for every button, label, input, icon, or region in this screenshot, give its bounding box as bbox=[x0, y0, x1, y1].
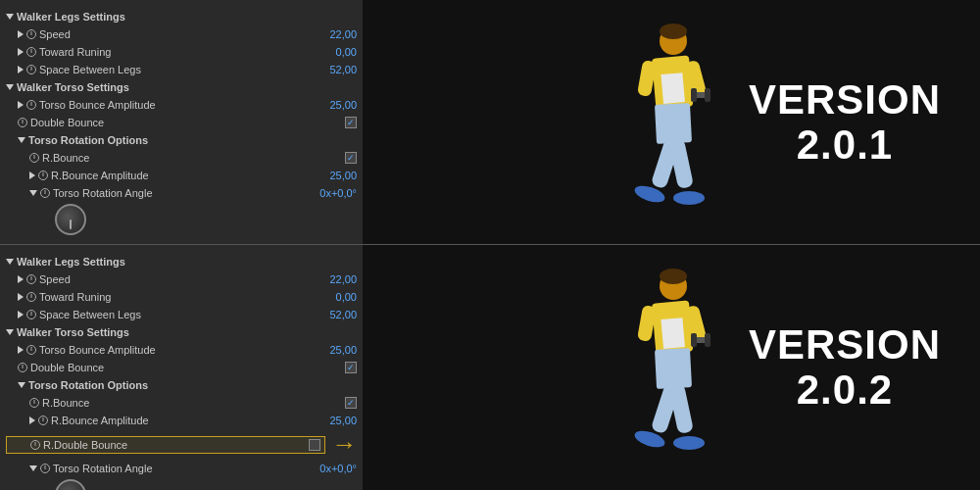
torso-rotation-row-2: Torso Rotation Angle 0x+0,0° bbox=[6, 460, 357, 477]
rotation-dial-2[interactable] bbox=[55, 479, 86, 490]
space-value-1[interactable]: 52,00 bbox=[329, 64, 357, 75]
torso-bounce-row-2: Torso Bounce Amplitude 25,00 bbox=[6, 341, 357, 359]
space-value-2[interactable]: 52,00 bbox=[329, 309, 357, 320]
space-row-2: Space Between Legs 52,00 bbox=[6, 306, 357, 323]
rotation-dial-1[interactable] bbox=[55, 204, 86, 235]
torso-rotation-value-2[interactable]: 0x+0,0° bbox=[319, 463, 357, 474]
expand-space-icon-2[interactable] bbox=[18, 311, 24, 318]
rbounce-amp-value-1[interactable]: 25,00 bbox=[329, 170, 357, 181]
rbounce-amp-clock-icon-2 bbox=[38, 416, 48, 425]
rbounce-amp-row-1: R.Bounce Amplitude 25,00 bbox=[6, 167, 357, 184]
collapse-rotation-icon-2[interactable] bbox=[18, 382, 25, 388]
rotation-header-1: Torso Rotation Options bbox=[6, 131, 357, 149]
version-label-1: VERSION 2.0.1 bbox=[749, 76, 941, 167]
legs-settings-header-2: Walker Legs Settings bbox=[6, 253, 357, 270]
legs-header-label-1: Walker Legs Settings bbox=[17, 11, 125, 23]
expand-toward-icon-2[interactable] bbox=[18, 293, 24, 301]
expand-toward-icon-1[interactable] bbox=[18, 48, 24, 56]
rdouble-bounce-clock-icon-2 bbox=[30, 440, 40, 450]
preview-panel-1: VERSION 2.0.1 bbox=[363, 0, 980, 244]
torso-rotation-label-1: Torso Rotation Angle bbox=[53, 187, 316, 199]
speed-value-2[interactable]: 22,00 bbox=[329, 273, 357, 285]
svg-point-13 bbox=[673, 191, 705, 205]
toward-value-1[interactable]: 0,00 bbox=[336, 46, 357, 58]
walker-figure-1 bbox=[612, 20, 730, 225]
rotation-header-label-2: Torso Rotation Options bbox=[28, 379, 148, 391]
rbounce-clock-icon-2 bbox=[29, 398, 39, 408]
space-clock-icon-2 bbox=[26, 310, 36, 319]
expand-torso-rot-icon-2[interactable] bbox=[29, 466, 37, 471]
expand-torso-bounce-icon-2[interactable] bbox=[18, 346, 24, 354]
rdouble-bounce-checkbox-2[interactable] bbox=[309, 439, 320, 451]
settings-panel-1: Walker Legs Settings Speed 22,00 Toward … bbox=[0, 0, 363, 244]
svg-point-27 bbox=[673, 436, 705, 450]
rbounce-amp-label-1: R.Bounce Amplitude bbox=[51, 170, 325, 181]
torso-bounce-value-2[interactable]: 25,00 bbox=[329, 344, 357, 356]
speed-row-1: Speed 22,00 bbox=[6, 25, 357, 43]
expand-torso-rot-icon-1[interactable] bbox=[29, 190, 37, 196]
panel-1: Walker Legs Settings Speed 22,00 Toward … bbox=[0, 0, 980, 245]
torso-bounce-clock-icon-2 bbox=[26, 345, 36, 355]
rbounce-row-2: R.Bounce bbox=[6, 394, 357, 412]
rbounce-clock-icon-1 bbox=[29, 153, 39, 163]
torso-bounce-label-2: Torso Bounce Amplitude bbox=[39, 344, 325, 356]
walker-figure-2 bbox=[612, 265, 730, 470]
rbounce-label-2: R.Bounce bbox=[42, 397, 345, 409]
torso-bounce-label-1: Torso Bounce Amplitude bbox=[39, 99, 325, 111]
rbounce-checkbox-1[interactable] bbox=[345, 152, 357, 164]
expand-rbounce-amp-icon-1[interactable] bbox=[29, 172, 35, 179]
torso-rot-clock-icon-1 bbox=[40, 188, 50, 198]
rbounce-amp-value-2[interactable]: 25,00 bbox=[329, 415, 357, 426]
space-label-2: Space Between Legs bbox=[39, 309, 325, 320]
toward-label-2: Toward Runing bbox=[39, 291, 332, 303]
rotation-header-label-1: Torso Rotation Options bbox=[28, 134, 148, 146]
collapse-torso-icon-1[interactable] bbox=[6, 84, 14, 90]
svg-rect-18 bbox=[637, 305, 657, 342]
collapse-legs-icon-2[interactable] bbox=[6, 259, 14, 265]
toward-clock-icon-1 bbox=[26, 47, 36, 57]
rbounce-row-1: R.Bounce bbox=[6, 149, 357, 167]
torso-header-label-1: Walker Torso Settings bbox=[17, 81, 129, 93]
dial-mark-1 bbox=[70, 220, 72, 229]
version-label-2: VERSION 2.0.2 bbox=[749, 322, 941, 413]
expand-space-icon-1[interactable] bbox=[18, 66, 24, 74]
rbounce-amp-clock-icon-1 bbox=[38, 171, 48, 180]
collapse-legs-icon-1[interactable] bbox=[6, 14, 14, 20]
torso-rotation-value-1[interactable]: 0x+0,0° bbox=[319, 187, 357, 199]
double-bounce-label-2: Double Bounce bbox=[30, 362, 345, 373]
space-row-1: Space Between Legs 52,00 bbox=[6, 61, 357, 78]
expand-rbounce-amp-icon-2[interactable] bbox=[29, 416, 35, 424]
double-bounce-clock-icon-2 bbox=[18, 363, 27, 372]
double-bounce-checkbox-1[interactable] bbox=[345, 117, 357, 128]
expand-speed-icon-2[interactable] bbox=[18, 275, 24, 283]
toward-row-1: Toward Runing 0,00 bbox=[6, 43, 357, 61]
toward-value-2[interactable]: 0,00 bbox=[336, 291, 357, 303]
torso-settings-header-1: Walker Torso Settings bbox=[6, 78, 357, 96]
expand-speed-icon-1[interactable] bbox=[18, 30, 24, 38]
toward-row-2: Toward Runing 0,00 bbox=[6, 288, 357, 306]
speed-value-1[interactable]: 22,00 bbox=[329, 28, 357, 40]
torso-bounce-row-1: Torso Bounce Amplitude 25,00 bbox=[6, 96, 357, 114]
expand-torso-bounce-icon-1[interactable] bbox=[18, 101, 24, 109]
speed-row-2: Speed 22,00 bbox=[6, 270, 357, 288]
space-clock-icon-1 bbox=[26, 65, 36, 74]
torso-rotation-label-2: Torso Rotation Angle bbox=[53, 463, 316, 474]
collapse-torso-icon-2[interactable] bbox=[6, 329, 14, 335]
rdouble-bounce-row-2: R.Double Bounce bbox=[6, 436, 325, 454]
new-feature-arrow-icon: ← bbox=[331, 429, 357, 460]
panel-2: Walker Legs Settings Speed 22,00 Toward … bbox=[0, 245, 980, 490]
torso-header-label-2: Walker Torso Settings bbox=[17, 326, 129, 338]
rbounce-amp-row-2: R.Bounce Amplitude 25,00 bbox=[6, 412, 357, 429]
rbounce-checkbox-2[interactable] bbox=[345, 397, 357, 409]
torso-bounce-value-1[interactable]: 25,00 bbox=[329, 99, 357, 111]
svg-rect-3 bbox=[661, 73, 685, 104]
svg-rect-7 bbox=[691, 88, 697, 102]
rbounce-label-1: R.Bounce bbox=[42, 152, 345, 164]
rdouble-bounce-label-2: R.Double Bounce bbox=[43, 439, 309, 451]
double-bounce-checkbox-2[interactable] bbox=[345, 362, 357, 373]
collapse-rotation-icon-1[interactable] bbox=[18, 137, 25, 143]
toward-clock-icon-2 bbox=[26, 292, 36, 302]
svg-rect-8 bbox=[705, 88, 710, 102]
svg-rect-17 bbox=[661, 318, 685, 349]
space-label-1: Space Between Legs bbox=[39, 64, 325, 75]
